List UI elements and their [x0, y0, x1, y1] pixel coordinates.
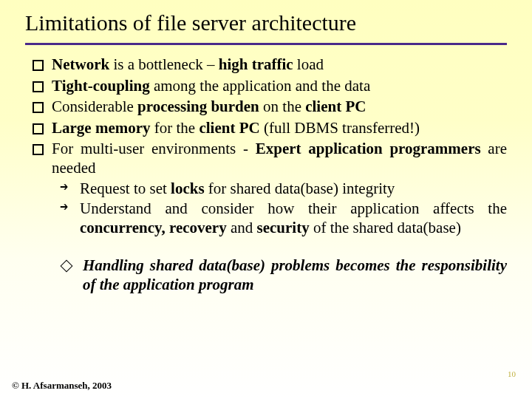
text-run: high traffic [219, 55, 293, 73]
list-item: Large memory for the client PC (full DBM… [33, 119, 507, 138]
text-run: concurrency, [80, 219, 166, 236]
text-run: For multi-user environments - [52, 140, 256, 157]
text-run: Considerable [52, 98, 137, 115]
list-item: Understand and consider how their applic… [58, 200, 507, 237]
sub-bullet-list: Request to set locks for shared data(bas… [52, 180, 507, 238]
page-number: 10 [508, 369, 516, 378]
text-run: recovery [169, 219, 227, 236]
text-run: Understand and consider how their applic… [80, 200, 507, 217]
text-run: security [257, 219, 310, 236]
text-run: Request to set [80, 180, 171, 197]
list-item: Tight-coupling among the application and… [33, 77, 507, 96]
list-item: For multi-user environments - Expert app… [33, 140, 507, 237]
text-run: client PC [305, 98, 366, 115]
text-run: Network [52, 55, 109, 73]
text-run: for the [151, 119, 200, 137]
summary-callout: Handling shared data(base) problems beco… [58, 256, 507, 294]
text-run: Expert application programmers [256, 140, 481, 157]
text-run: (full DBMS transferred!) [260, 119, 420, 137]
copyright: © H. Afsarmanseh, 2003 [12, 380, 112, 392]
list-item: Considerable processing burden on the cl… [33, 98, 507, 117]
text-run: of the shared data(base) [310, 219, 461, 236]
list-item: Request to set locks for shared data(bas… [58, 180, 507, 199]
text-run: for shared data(base) integrity [205, 180, 395, 197]
page-title: Limitations of file server architecture [25, 10, 532, 35]
text-run: is a bottleneck – [109, 55, 219, 73]
text-run: load [293, 55, 324, 73]
text-run: locks [171, 180, 205, 197]
text-run: Tight-coupling [52, 77, 150, 95]
text-run: among the application and the data [150, 77, 371, 95]
text-run: on the [259, 98, 305, 115]
text-run: and [227, 219, 257, 236]
content-body: Network is a bottleneck – high traffic l… [0, 45, 532, 295]
text-run: Large memory [52, 119, 151, 137]
bullet-list: Network is a bottleneck – high traffic l… [33, 55, 507, 237]
text-run: processing burden [137, 98, 259, 115]
list-item: Network is a bottleneck – high traffic l… [33, 55, 507, 75]
text-run: client PC [199, 119, 259, 137]
title-area: Limitations of file server architecture [0, 0, 532, 41]
